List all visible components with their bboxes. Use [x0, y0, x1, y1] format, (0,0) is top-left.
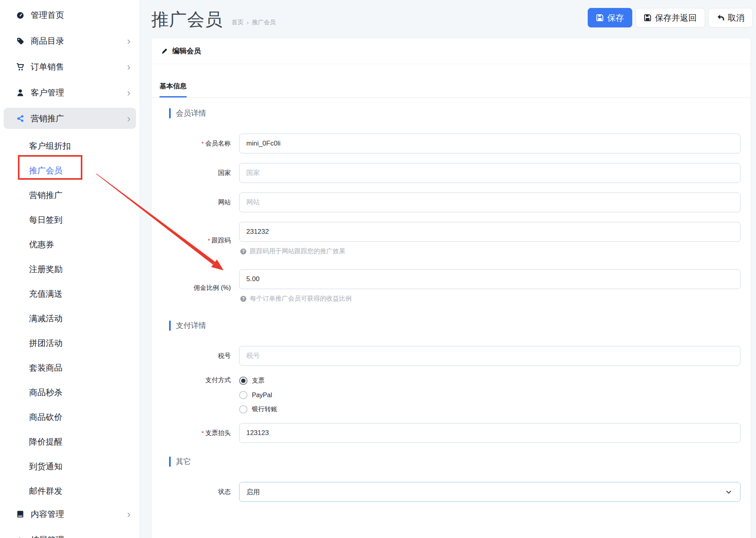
section-accent-bar: [169, 108, 171, 118]
radio-selected-icon: [239, 377, 247, 385]
member-name-input[interactable]: [239, 134, 740, 153]
sidebar-subitem-group-buy[interactable]: 拼团活动: [0, 331, 140, 355]
section-member-details: 会员详情: [169, 108, 740, 118]
tracking-help: 跟踪码用于网站跟踪您的推广效果: [240, 247, 740, 256]
save-icon: [596, 14, 604, 21]
sidebar-subitem-label: 满减活动: [29, 313, 140, 324]
sidebar-subitem-bargain[interactable]: 商品砍价: [0, 405, 140, 429]
radio-label: PayPal: [252, 392, 272, 399]
page-header: 推广会员 首页 › 推广会员 保存 保存并返回 取消: [140, 0, 756, 38]
save-and-back-label: 保存并返回: [655, 12, 697, 23]
field-label: *支票抬头: [169, 429, 231, 437]
section-payment-details: 支付详情: [169, 320, 740, 331]
main-content: 推广会员 首页 › 推广会员 保存 保存并返回 取消 编辑: [140, 0, 756, 538]
section-accent-bar: [169, 320, 171, 331]
question-circle-icon: [240, 248, 247, 255]
website-input[interactable]: [239, 192, 740, 212]
sidebar-subitem-label: 注册奖励: [29, 264, 140, 275]
cheque-payee-input[interactable]: [239, 423, 740, 443]
field-label: 状态: [169, 488, 231, 496]
sidebar-subitem-price-drop-alert[interactable]: 降价提醒: [0, 429, 140, 454]
card-header-title: 编辑会员: [172, 46, 201, 56]
save-icon: [644, 14, 651, 21]
sidebar-subitem-register-reward[interactable]: 注册奖励: [0, 257, 140, 282]
sidebar-subitem-label: 邮件群发: [29, 486, 140, 497]
form-row-status: 状态 启用: [169, 482, 740, 502]
cart-icon: [16, 63, 25, 71]
sidebar-subitem-marketing-promo[interactable]: 营销推广: [0, 183, 140, 208]
help-text: 跟踪码用于网站跟踪您的推广效果: [250, 247, 345, 256]
field-label: 网站: [169, 198, 231, 207]
sidebar-subitem-bundle-product[interactable]: 套装商品: [0, 355, 140, 380]
sidebar-item-label: 营销推广: [31, 113, 127, 124]
form-row-commission: 佣金比例 (%) 每个订单推广会员可获得的收益比例: [169, 269, 740, 307]
breadcrumb-separator: ›: [247, 19, 249, 26]
sidebar-subitem-label: 降价提醒: [29, 436, 140, 447]
sidebar-subitem-label: 客户组折扣: [29, 140, 140, 151]
chevron-right-icon: ›: [127, 536, 131, 538]
sidebar-item-customers[interactable]: 客户管理 ›: [4, 82, 136, 103]
commission-input[interactable]: [239, 269, 740, 289]
question-circle-icon: [240, 295, 247, 302]
tax-id-input[interactable]: [239, 346, 740, 366]
sidebar-subitem-arrival-notice[interactable]: 到货通知: [0, 454, 140, 479]
radio-cheque[interactable]: 支票: [239, 377, 740, 385]
sidebar-item-orders[interactable]: 订单销售 ›: [4, 56, 136, 77]
radio-bank-transfer[interactable]: 银行转账: [239, 405, 740, 414]
tracking-code-input[interactable]: [239, 222, 740, 242]
sidebar-subitem-full-reduction[interactable]: 满减活动: [0, 306, 140, 331]
form-row-website: 网站: [169, 192, 740, 212]
required-asterisk: *: [201, 429, 204, 436]
sidebar-item-label: 扩展管理: [31, 534, 127, 538]
field-label: 国家: [169, 169, 231, 177]
sidebar-item-extensions[interactable]: 扩展管理 ›: [4, 529, 136, 538]
book-icon: [16, 510, 25, 518]
page-title: 推广会员: [151, 8, 223, 31]
sidebar-item-catalog[interactable]: 商品目录 ›: [4, 30, 136, 51]
sidebar-item-label: 内容管理: [31, 509, 127, 520]
sidebar-item-label: 管理首页: [31, 10, 131, 21]
chevron-right-icon: ›: [127, 115, 131, 122]
save-button[interactable]: 保存: [588, 8, 632, 27]
sidebar-subitem-label: 每日签到: [29, 214, 140, 225]
chevron-right-icon: ›: [127, 63, 131, 71]
form-row-country: 国家: [169, 163, 740, 183]
sidebar-item-dashboard[interactable]: 管理首页: [4, 4, 136, 25]
sidebar-subitem-daily-checkin[interactable]: 每日签到: [0, 208, 140, 232]
sidebar-subitem-mass-email[interactable]: 邮件群发: [0, 479, 140, 503]
section-title-text: 其它: [176, 456, 191, 467]
sidebar-subitem-affiliate-member[interactable]: 推广会员: [0, 158, 140, 183]
share-icon: [16, 115, 25, 122]
sidebar-item-label: 订单销售: [31, 61, 127, 72]
field-label: *跟踪码: [169, 237, 231, 245]
sidebar-item-marketing[interactable]: 营销推广 ›: [4, 108, 136, 129]
edit-member-card: 编辑会员 基本信息 会员详情 *会员名称 国家 网站: [151, 38, 751, 538]
chevron-right-icon: ›: [127, 510, 131, 518]
chevron-down-icon: [725, 488, 732, 495]
radio-paypal[interactable]: PayPal: [239, 391, 740, 399]
sidebar-item-content[interactable]: 内容管理 ›: [4, 503, 136, 524]
sidebar-subitem-customer-group-discount[interactable]: 客户组折扣: [0, 134, 140, 158]
field-label: 佣金比例 (%): [169, 284, 231, 292]
breadcrumb-home-link[interactable]: 首页: [232, 19, 244, 26]
breadcrumb: 首页 › 推广会员: [232, 19, 276, 26]
status-selected-value: 启用: [246, 488, 260, 497]
cancel-button[interactable]: 取消: [708, 8, 753, 27]
sidebar-subitem-coupon[interactable]: 优惠券: [0, 232, 140, 257]
country-input[interactable]: [239, 163, 740, 183]
save-and-back-button[interactable]: 保存并返回: [635, 8, 705, 27]
tab-bar: 基本信息: [152, 64, 750, 98]
radio-label: 支票: [252, 377, 265, 385]
sidebar-subitem-label: 商品砍价: [29, 412, 140, 423]
sidebar-subitem-label: 拼团活动: [29, 338, 140, 349]
payment-method-group: 支票 PayPal 银行转账: [239, 375, 740, 414]
save-button-label: 保存: [607, 12, 624, 23]
status-select[interactable]: 启用: [239, 482, 740, 502]
pencil-icon: [161, 48, 168, 54]
sidebar-subitem-flash-sale[interactable]: 商品秒杀: [0, 380, 140, 405]
breadcrumb-current: 推广会员: [252, 19, 276, 26]
tab-basic-info[interactable]: 基本信息: [160, 82, 187, 97]
sidebar-subitem-recharge-bonus[interactable]: 充值满送: [0, 282, 140, 306]
radio-unselected-icon: [239, 405, 247, 414]
section-accent-bar: [169, 456, 171, 467]
